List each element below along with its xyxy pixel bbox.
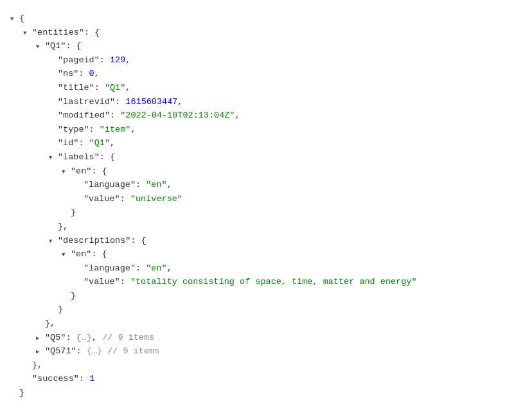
json-punctuation: } (71, 289, 76, 303)
json-punctuation: { (19, 12, 24, 26)
collapse-triangle[interactable] (10, 12, 19, 26)
json-line: "pageid": 129, (10, 53, 522, 67)
json-key: "en": { (71, 247, 107, 261)
json-line: }, (10, 220, 522, 234)
json-punctuation: , (130, 123, 136, 137)
collapse-triangle[interactable] (23, 26, 32, 40)
json-key: "labels": { (58, 150, 115, 164)
json-line: } (10, 303, 522, 317)
collapse-triangle[interactable] (49, 150, 58, 164)
json-line: "ns": 0, (10, 67, 522, 81)
no-triangle (75, 178, 84, 192)
json-punctuation: , (92, 331, 97, 345)
json-line: "Q1": { (10, 39, 522, 53)
no-triangle (10, 386, 19, 400)
json-line: "lastrevid": 1615603447, (10, 95, 522, 109)
no-triangle (49, 303, 58, 317)
json-punctuation: , (167, 261, 172, 276)
json-key: "modified": (58, 109, 120, 123)
json-key: "type": (58, 123, 100, 137)
json-string-value: "Q1" (105, 81, 125, 95)
json-punctuation: } (58, 303, 63, 317)
json-comment: // 9 items (97, 331, 154, 345)
json-string-value: "totality consisting of space, time, mat… (130, 275, 417, 289)
json-punctuation: , (94, 67, 100, 81)
json-punctuation: }, (32, 358, 42, 373)
json-line: "title": "Q1", (10, 81, 522, 95)
json-punctuation: , (110, 136, 115, 150)
json-number-value: 129 (110, 53, 125, 67)
no-triangle (23, 358, 32, 373)
json-line: "language": "en", (10, 261, 522, 276)
json-key: "Q1": { (45, 39, 82, 53)
json-line: "descriptions": { (10, 234, 522, 248)
json-line: "Q571": {…} // 9 items (10, 344, 522, 358)
json-key: "title": (58, 81, 105, 95)
json-punctuation: }, (45, 317, 55, 331)
no-triangle (23, 372, 32, 386)
json-punctuation: , (177, 95, 182, 109)
collapse-triangle[interactable] (62, 247, 71, 261)
no-triangle (75, 275, 84, 289)
json-line: "type": "item", (10, 123, 522, 137)
no-triangle (49, 53, 58, 67)
no-triangle (62, 206, 71, 220)
json-punctuation: , (167, 178, 172, 192)
json-punctuation: , (125, 81, 130, 95)
collapse-triangle[interactable] (49, 234, 58, 248)
no-triangle (49, 109, 58, 123)
json-key: "lastrevid": (58, 95, 125, 109)
json-punctuation: }, (58, 220, 68, 234)
json-line: "entities": { (10, 26, 522, 40)
no-triangle (75, 261, 84, 276)
json-string-value: "en" (146, 178, 166, 192)
json-line: "id": "Q1", (10, 136, 522, 150)
expand-triangle[interactable] (36, 344, 45, 358)
json-line: "success": 1 (10, 372, 522, 386)
json-string-value: "2022-04-10T02:13:04Z" (120, 109, 235, 123)
no-triangle (49, 67, 58, 81)
no-triangle (49, 136, 58, 150)
no-triangle (49, 95, 58, 109)
no-triangle (49, 123, 58, 137)
json-number-value: 1615603447 (125, 95, 177, 109)
json-key: "Q5": (45, 331, 76, 345)
json-line: "language": "en", (10, 178, 522, 192)
json-key: "success": (32, 372, 89, 386)
no-triangle (36, 317, 45, 331)
json-key: "value": (84, 275, 130, 289)
collapse-triangle[interactable] (36, 39, 45, 53)
json-punctuation: , (235, 109, 240, 123)
json-key: "Q571": (45, 344, 87, 358)
json-punctuation: , (125, 53, 130, 67)
json-key: "descriptions": { (58, 234, 146, 248)
json-collapsed-preview: {…} (76, 331, 92, 345)
json-line: "Q5": {…}, // 9 items (10, 331, 522, 345)
json-line: { (10, 12, 522, 26)
json-line: } (10, 386, 522, 400)
json-key: "pageid": (58, 53, 110, 67)
json-line: }, (10, 358, 522, 373)
json-viewer: {"entities": {"Q1": { "pageid": 129, "ns… (0, 6, 532, 405)
json-punctuation: } (19, 386, 24, 400)
json-string-value: "universe" (130, 192, 182, 206)
json-punctuation: } (71, 206, 76, 220)
json-line: } (10, 206, 522, 220)
json-key: "value": (84, 192, 130, 206)
json-line: "value": "universe" (10, 192, 522, 206)
json-key: "id": (58, 136, 89, 150)
json-collapsed-preview: {…} (87, 344, 102, 358)
json-line: "labels": { (10, 150, 522, 164)
no-triangle (75, 192, 84, 206)
expand-triangle[interactable] (36, 331, 45, 345)
collapse-triangle[interactable] (62, 164, 71, 179)
json-string-value: "en" (146, 261, 166, 276)
json-line: } (10, 289, 522, 303)
json-line: "en": { (10, 247, 522, 261)
json-line: "modified": "2022-04-10T02:13:04Z", (10, 109, 522, 123)
json-key: "entities": { (32, 26, 100, 40)
json-line: "value": "totality consisting of space, … (10, 275, 522, 289)
json-line: }, (10, 317, 522, 331)
json-number-value: 1 (89, 372, 94, 386)
no-triangle (49, 220, 58, 234)
